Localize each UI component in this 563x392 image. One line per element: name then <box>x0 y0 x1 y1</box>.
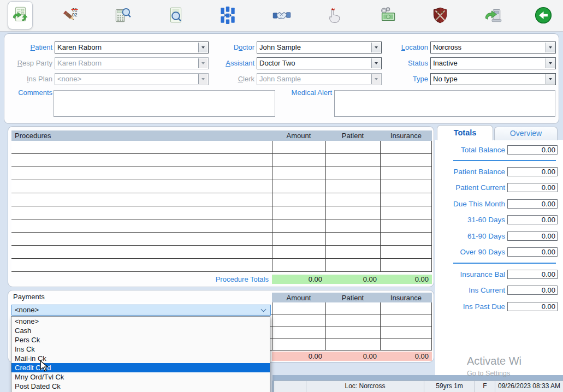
doctor-value: John Sample <box>259 42 370 53</box>
statusbar-segment: F <box>475 381 495 392</box>
patient-label: Patient <box>6 41 52 54</box>
totals-field: Patient Balance0.00 <box>435 167 560 176</box>
handshake-icon <box>272 5 292 25</box>
totals-field-value: 0.00 <box>507 145 558 155</box>
calculator-search-button[interactable] <box>110 3 135 28</box>
totals-field: Patient Current0.00 <box>435 182 560 192</box>
type-combobox[interactable]: No type <box>430 73 556 85</box>
ins-plan-value: <none> <box>57 74 197 85</box>
mouse-cursor <box>39 360 49 372</box>
dropdown-arrow-icon[interactable] <box>546 43 555 52</box>
patient-info-panel: Patient Karen Raborn Resp Party Karen Ra… <box>4 33 559 124</box>
export-transfer-button[interactable] <box>481 3 506 28</box>
comments-label: Comments <box>6 88 52 97</box>
payment-type-combobox[interactable]: <none> <box>11 305 271 316</box>
totals-field-label: Ins Current <box>435 286 505 294</box>
procedure-row[interactable] <box>11 154 432 167</box>
totals-field-label: Ins Past Due <box>435 302 505 311</box>
clerk-label: Clerk <box>208 73 254 85</box>
totals-field: Ins Current0.00 <box>435 285 560 295</box>
doctor-label: Doctor <box>208 41 254 54</box>
procedure-row[interactable] <box>11 233 432 246</box>
statusbar-segment: 09/26/2023 08:33 AM <box>495 381 563 392</box>
payment-type-option[interactable]: Ins Ck <box>11 345 270 354</box>
dropdown-arrow-icon[interactable] <box>546 58 555 68</box>
status-value: Inactive <box>433 58 544 69</box>
patient-combobox[interactable]: Karen Raborn <box>55 41 209 54</box>
dropdown-arrow-icon[interactable] <box>198 43 208 52</box>
payment-type-option[interactable]: Credit Card <box>11 363 270 372</box>
procedure-row[interactable] <box>11 141 432 154</box>
ins-plan-combobox: <none> <box>55 73 209 85</box>
procedure-total-amount: 0.00 <box>272 275 325 284</box>
resp-party-label: Resp Party <box>6 57 52 69</box>
procedure-row[interactable] <box>11 193 432 206</box>
payment-type-option[interactable]: Mail-in Ck <box>11 354 270 363</box>
insurance-shield-button[interactable] <box>428 3 453 28</box>
totals-field: Due This Month0.00 <box>435 199 560 209</box>
reminder-hand-button[interactable] <box>322 3 347 28</box>
payments-title: Payments <box>13 293 45 301</box>
dropdown-arrow-icon <box>198 74 208 84</box>
medical-alert-label: Medical Alert <box>285 88 332 97</box>
totals-field-label: Insurance Bal <box>435 270 505 278</box>
chevron-down-icon <box>261 307 266 312</box>
totals-field: Ins Past Due0.00 <box>435 301 560 311</box>
type-label: Type <box>383 73 428 85</box>
assistant-label: Assistant <box>208 57 254 69</box>
tab-totals[interactable]: Totals <box>437 125 493 140</box>
totals-field-value: 0.00 <box>507 183 558 192</box>
payment-type-option[interactable]: Cash <box>11 326 270 335</box>
export-arrow-icon <box>483 5 503 25</box>
totals-field: 61-90 Days0.00 <box>435 231 560 241</box>
procedure-codes-pencil-icon: 01 02 <box>62 5 81 25</box>
procedure-row[interactable] <box>11 180 432 193</box>
procedure-row[interactable] <box>11 167 432 180</box>
money-settings-button[interactable] <box>375 3 400 28</box>
comments-textarea[interactable] <box>54 90 275 117</box>
exit-back-button[interactable] <box>531 3 556 28</box>
totals-field-label: Over 90 Days <box>435 248 505 256</box>
payment-type-option[interactable]: <none> <box>11 317 270 326</box>
totals-field-label: Patient Balance <box>435 168 505 176</box>
location-label: Location <box>383 41 428 54</box>
tab-overview[interactable]: Overview <box>494 127 558 140</box>
agreement-handshake-button[interactable] <box>269 3 294 28</box>
type-value: No type <box>433 74 544 85</box>
dropdown-arrow-icon <box>198 58 208 68</box>
payment-type-option[interactable]: Pers Ck <box>11 335 270 345</box>
location-combobox[interactable]: Norcross <box>430 41 556 54</box>
dropdown-arrow-icon[interactable] <box>371 43 381 52</box>
totals-divider <box>453 160 556 161</box>
document-search-button[interactable] <box>163 3 188 28</box>
procedure-row[interactable] <box>11 246 432 259</box>
payment-type-dropdown: <none>CashPers CkIns CkMail-in CkCredit … <box>11 316 270 392</box>
doctor-combobox[interactable]: John Sample <box>257 41 382 54</box>
status-combobox[interactable]: Inactive <box>430 57 556 69</box>
dropdown-arrow-icon[interactable] <box>371 58 381 68</box>
totals-field-label: Patient Current <box>435 183 505 192</box>
ins-plan-label: Ins Plan <box>6 73 52 85</box>
edit-procedure-codes-button[interactable]: 01 02 <box>59 3 84 28</box>
toolbar: 01 02 <box>0 0 563 32</box>
status-label: Status <box>383 57 428 69</box>
procedure-total-insurance: 0.00 <box>380 275 432 284</box>
resp-party-value: Karen Raborn <box>57 58 197 69</box>
dropdown-arrow-icon[interactable] <box>546 74 555 84</box>
post-transactions-button[interactable] <box>8 1 33 29</box>
totals-field-value: 0.00 <box>507 302 558 311</box>
payment-type-value: <none> <box>15 305 39 315</box>
column-header-insurance: Insurance <box>380 132 432 140</box>
procedure-row[interactable] <box>11 259 432 272</box>
totals-field-value: 0.00 <box>507 231 558 241</box>
procedure-row[interactable] <box>11 206 432 219</box>
location-value: Norcross <box>433 42 544 53</box>
payment-type-option[interactable]: Post Dated Ck <box>11 382 270 391</box>
medical-alert-textarea[interactable] <box>334 90 555 117</box>
procedure-row[interactable] <box>11 219 432 233</box>
apply-columns-button[interactable] <box>215 3 240 28</box>
totals-field-value: 0.00 <box>507 199 558 209</box>
clerk-combobox: John Sample <box>257 73 382 85</box>
assistant-combobox[interactable]: Doctor Two <box>257 57 382 69</box>
payment-type-option[interactable]: Mny Ord/Tvl Ck <box>11 372 270 382</box>
